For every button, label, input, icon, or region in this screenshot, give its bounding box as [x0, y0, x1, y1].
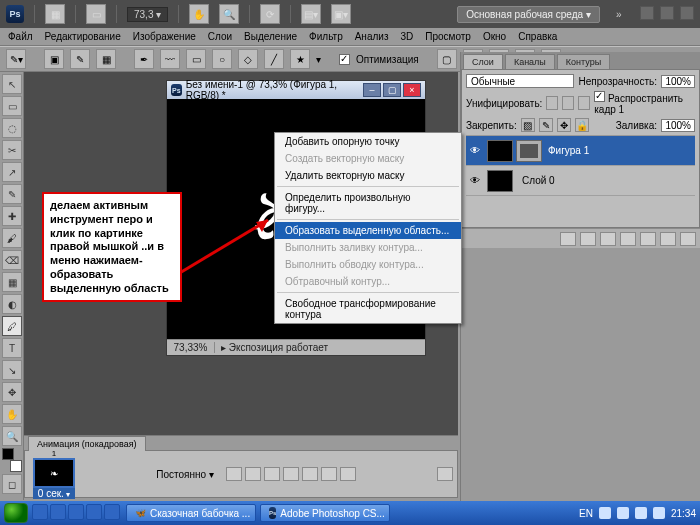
visibility-icon[interactable]: 👁: [466, 145, 484, 156]
path-select-tool[interactable]: ↘: [2, 360, 22, 380]
doc-close-button[interactable]: ×: [403, 83, 421, 97]
ql-icon[interactable]: [32, 504, 48, 520]
tray-icon[interactable]: [617, 507, 629, 519]
rect-shape-icon[interactable]: ▭: [186, 49, 206, 69]
shape-tool[interactable]: ✥: [2, 382, 22, 402]
delete-frame-button[interactable]: [340, 467, 356, 481]
path-new-icon[interactable]: ▢: [437, 49, 457, 69]
crop-tool[interactable]: ✂: [2, 140, 22, 160]
layer-thumbnail[interactable]: [487, 170, 513, 192]
tray-icon[interactable]: [653, 507, 665, 519]
maximize-button[interactable]: [660, 6, 674, 20]
ql-icon[interactable]: [86, 504, 102, 520]
menu-view[interactable]: Просмотр: [425, 31, 471, 42]
layer-fx-icon[interactable]: [580, 232, 596, 246]
ql-icon[interactable]: [68, 504, 84, 520]
new-adjustment-icon[interactable]: [620, 232, 636, 246]
tab-paths[interactable]: Контуры: [557, 54, 610, 69]
next-frame-button[interactable]: [283, 467, 299, 481]
marquee-tool[interactable]: ▭: [2, 96, 22, 116]
document-titlebar[interactable]: Ps Без имени-1 @ 73,3% (Фигура 1, RGB/8)…: [167, 81, 425, 99]
ellipse-shape-icon[interactable]: ○: [212, 49, 232, 69]
animation-frame[interactable]: 1 ❧ 0 сек. ▾: [33, 449, 75, 499]
eraser-tool[interactable]: ⌫: [2, 250, 22, 270]
view-extras-icon[interactable]: ▭: [86, 4, 106, 24]
unify-position-icon[interactable]: [546, 96, 558, 110]
polygon-shape-icon[interactable]: ◇: [238, 49, 258, 69]
menu-layers[interactable]: Слои: [208, 31, 232, 42]
delete-layer-icon[interactable]: [680, 232, 696, 246]
zoom-tool[interactable]: 🔍: [2, 426, 22, 446]
paths-icon[interactable]: ✎: [70, 49, 90, 69]
freeform-pen-icon[interactable]: 〰: [160, 49, 180, 69]
fill-pixels-icon[interactable]: ▦: [96, 49, 116, 69]
tray-icon[interactable]: [599, 507, 611, 519]
opacity-field[interactable]: 100%: [661, 75, 695, 88]
doc-minimize-button[interactable]: –: [363, 83, 381, 97]
layer-name[interactable]: Фигура 1: [542, 145, 589, 156]
layer-name[interactable]: Слой 0: [516, 175, 555, 186]
new-layer-icon[interactable]: [660, 232, 676, 246]
duplicate-frame-button[interactable]: [321, 467, 337, 481]
taskbar-button[interactable]: 🦋 Сказочная бабочка ...: [126, 504, 256, 522]
menu-edit[interactable]: Редактирование: [45, 31, 121, 42]
hand-tool[interactable]: ✋: [2, 404, 22, 424]
quick-select-tool[interactable]: ↗: [2, 162, 22, 182]
custom-shape-icon[interactable]: ★: [290, 49, 310, 69]
pen-tool[interactable]: 🖊: [2, 316, 22, 336]
tool-preset-icon[interactable]: ✎▾: [6, 49, 26, 69]
rotate-view-icon[interactable]: ⟳: [260, 4, 280, 24]
pen-icon[interactable]: ✒: [134, 49, 154, 69]
language-indicator[interactable]: EN: [579, 508, 593, 519]
type-tool[interactable]: T: [2, 338, 22, 358]
close-button[interactable]: [680, 6, 694, 20]
dodge-tool[interactable]: ◐: [2, 294, 22, 314]
tab-layers[interactable]: Слои: [463, 54, 503, 69]
propagate-checkbox[interactable]: [594, 91, 605, 102]
ctx-add-anchor[interactable]: Добавить опорную точку: [275, 133, 461, 150]
menu-file[interactable]: Файл: [8, 31, 33, 42]
link-layers-icon[interactable]: [560, 232, 576, 246]
prev-frame-button[interactable]: [245, 467, 261, 481]
zoom-tool-icon[interactable]: 🔍: [219, 4, 239, 24]
add-mask-icon[interactable]: [600, 232, 616, 246]
brush-tool[interactable]: 🖌: [2, 228, 22, 248]
frame-duration[interactable]: 0 сек. ▾: [33, 488, 75, 499]
optimize-checkbox[interactable]: [339, 54, 350, 65]
healing-tool[interactable]: ✚: [2, 206, 22, 226]
tween-button[interactable]: [302, 467, 318, 481]
lock-transparency-icon[interactable]: ▨: [521, 118, 535, 132]
quickmask-toggle[interactable]: ◻: [2, 474, 22, 494]
visibility-icon[interactable]: 👁: [466, 175, 484, 186]
layer-row[interactable]: 👁 Фигура 1: [466, 136, 695, 166]
ctx-define-custom-shape[interactable]: Определить произвольную фигуру...: [275, 189, 461, 217]
gradient-tool[interactable]: ▦: [2, 272, 22, 292]
ql-icon[interactable]: [104, 504, 120, 520]
bridge-icon[interactable]: ▦: [45, 4, 65, 24]
blend-mode-select[interactable]: Обычные: [466, 74, 574, 88]
move-tool[interactable]: ↖: [2, 74, 22, 94]
play-button[interactable]: [264, 467, 280, 481]
minimize-button[interactable]: [640, 6, 654, 20]
unify-style-icon[interactable]: [578, 96, 590, 110]
ctx-delete-vector-mask[interactable]: Удалить векторную маску: [275, 167, 461, 184]
workspace-selector[interactable]: Основная рабочая среда ▾: [457, 6, 600, 23]
arrange-docs-icon[interactable]: ▤▾: [301, 4, 321, 24]
color-picker[interactable]: [2, 448, 22, 472]
shape-dropdown-icon[interactable]: ▾: [316, 54, 321, 65]
layer-mask-thumbnail[interactable]: [516, 140, 542, 162]
panel-overflow-icon[interactable]: »: [610, 9, 628, 20]
lock-pixels-icon[interactable]: ✎: [539, 118, 553, 132]
lasso-tool[interactable]: ◌: [2, 118, 22, 138]
ql-icon[interactable]: [50, 504, 66, 520]
menu-filter[interactable]: Фильтр: [309, 31, 343, 42]
taskbar-button[interactable]: Ps Adobe Photoshop CS...: [260, 504, 390, 522]
first-frame-button[interactable]: [226, 467, 242, 481]
status-zoom[interactable]: 73,33%: [167, 342, 215, 353]
tab-channels[interactable]: Каналы: [505, 54, 555, 69]
screen-mode-icon[interactable]: ▣▾: [331, 4, 351, 24]
menu-analysis[interactable]: Анализ: [355, 31, 389, 42]
start-button[interactable]: [4, 503, 28, 523]
fill-field[interactable]: 100%: [661, 119, 695, 132]
lock-position-icon[interactable]: ✥: [557, 118, 571, 132]
